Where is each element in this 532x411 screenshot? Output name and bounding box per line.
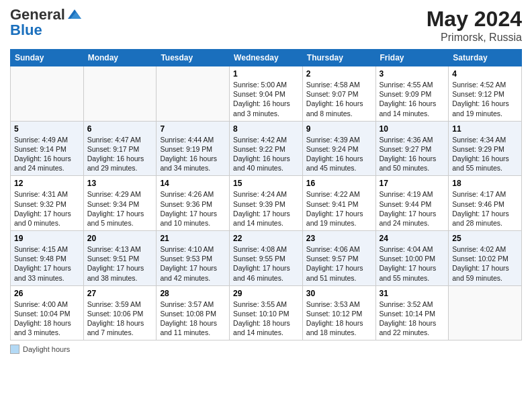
day-number: 17 [380, 179, 445, 188]
day-info: Sunrise: 4:52 AM Sunset: 9:12 PM Dayligh… [452, 80, 518, 118]
day-number: 10 [380, 124, 445, 134]
col-friday: Friday [375, 50, 449, 66]
day-info: Sunrise: 4:06 AM Sunset: 9:57 PM Dayligh… [306, 244, 372, 283]
day-number: 18 [452, 179, 518, 188]
day-info: Sunrise: 3:53 AM Sunset: 10:12 PM Daylig… [306, 300, 372, 338]
calendar-cell: 9Sunrise: 4:39 AM Sunset: 9:24 PM Daylig… [302, 121, 375, 176]
calendar-cell: 19Sunrise: 4:15 AM Sunset: 9:48 PM Dayli… [11, 231, 84, 286]
col-wednesday: Wednesday [230, 50, 303, 66]
calendar-cell: 26Sunrise: 4:00 AM Sunset: 10:04 PM Dayl… [11, 285, 84, 340]
day-info: Sunrise: 4:55 AM Sunset: 9:09 PM Dayligh… [380, 80, 445, 118]
calendar-week-row: 26Sunrise: 4:00 AM Sunset: 10:04 PM Dayl… [11, 285, 522, 340]
day-info: Sunrise: 4:04 AM Sunset: 10:00 PM Daylig… [380, 244, 445, 283]
day-number: 5 [14, 124, 80, 134]
day-number: 9 [306, 124, 372, 134]
day-number: 14 [160, 179, 226, 188]
daylight-legend-box [10, 345, 19, 354]
day-info: Sunrise: 4:24 AM Sunset: 9:39 PM Dayligh… [233, 189, 299, 228]
day-number: 24 [380, 234, 445, 243]
calendar-cell: 17Sunrise: 4:19 AM Sunset: 9:44 PM Dayli… [375, 176, 449, 231]
day-number: 28 [160, 289, 226, 298]
page: General Blue May 2024 Primorsk, Russia S… [0, 0, 532, 411]
day-info: Sunrise: 4:02 AM Sunset: 10:02 PM Daylig… [452, 244, 518, 283]
calendar-week-row: 5Sunrise: 4:49 AM Sunset: 9:14 PM Daylig… [11, 121, 522, 176]
day-info: Sunrise: 4:00 AM Sunset: 10:04 PM Daylig… [14, 300, 80, 338]
month-year: May 2024 [427, 7, 522, 32]
day-info: Sunrise: 4:42 AM Sunset: 9:22 PM Dayligh… [233, 135, 299, 173]
calendar-cell: 20Sunrise: 4:13 AM Sunset: 9:51 PM Dayli… [83, 231, 157, 286]
calendar-cell: 21Sunrise: 4:10 AM Sunset: 9:53 PM Dayli… [157, 231, 230, 286]
calendar-cell: 16Sunrise: 4:22 AM Sunset: 9:41 PM Dayli… [302, 176, 375, 231]
calendar-cell: 5Sunrise: 4:49 AM Sunset: 9:14 PM Daylig… [11, 121, 84, 176]
footer: Daylight hours [10, 345, 522, 354]
col-thursday: Thursday [302, 50, 375, 66]
calendar-cell: 28Sunrise: 3:57 AM Sunset: 10:08 PM Dayl… [157, 285, 230, 340]
header: General Blue May 2024 Primorsk, Russia [10, 7, 522, 44]
day-number: 2 [306, 69, 372, 79]
col-saturday: Saturday [449, 50, 522, 66]
calendar-cell: 6Sunrise: 4:47 AM Sunset: 9:17 PM Daylig… [83, 121, 157, 176]
day-info: Sunrise: 4:13 AM Sunset: 9:51 PM Dayligh… [87, 244, 153, 283]
calendar-cell: 1Sunrise: 5:00 AM Sunset: 9:04 PM Daylig… [230, 66, 303, 122]
day-number: 19 [14, 234, 80, 243]
calendar-cell: 25Sunrise: 4:02 AM Sunset: 10:02 PM Dayl… [449, 231, 522, 286]
calendar-cell: 3Sunrise: 4:55 AM Sunset: 9:09 PM Daylig… [375, 66, 449, 122]
day-number: 11 [452, 124, 518, 134]
day-info: Sunrise: 4:34 AM Sunset: 9:29 PM Dayligh… [452, 135, 518, 173]
day-info: Sunrise: 3:55 AM Sunset: 10:10 PM Daylig… [233, 300, 299, 338]
calendar-week-row: 19Sunrise: 4:15 AM Sunset: 9:48 PM Dayli… [11, 231, 522, 286]
calendar-week-row: 12Sunrise: 4:31 AM Sunset: 9:32 PM Dayli… [11, 176, 522, 231]
day-number: 31 [380, 289, 445, 298]
logo-general-text: General [10, 7, 65, 22]
day-number: 6 [87, 124, 153, 134]
day-number: 21 [160, 234, 226, 243]
day-number: 20 [87, 234, 153, 243]
day-number: 12 [14, 179, 80, 188]
day-number: 15 [233, 179, 299, 188]
calendar-cell: 14Sunrise: 4:26 AM Sunset: 9:36 PM Dayli… [157, 176, 230, 231]
day-info: Sunrise: 3:57 AM Sunset: 10:08 PM Daylig… [160, 300, 226, 338]
day-info: Sunrise: 4:17 AM Sunset: 9:46 PM Dayligh… [452, 189, 518, 228]
day-info: Sunrise: 3:52 AM Sunset: 10:14 PM Daylig… [380, 300, 445, 338]
day-info: Sunrise: 4:22 AM Sunset: 9:41 PM Dayligh… [306, 189, 372, 228]
calendar-cell: 27Sunrise: 3:59 AM Sunset: 10:06 PM Dayl… [83, 285, 157, 340]
calendar-cell: 10Sunrise: 4:36 AM Sunset: 9:27 PM Dayli… [375, 121, 449, 176]
calendar-cell: 11Sunrise: 4:34 AM Sunset: 9:29 PM Dayli… [449, 121, 522, 176]
day-number: 30 [306, 289, 372, 298]
calendar-cell: 12Sunrise: 4:31 AM Sunset: 9:32 PM Dayli… [11, 176, 84, 231]
calendar-cell: 2Sunrise: 4:58 AM Sunset: 9:07 PM Daylig… [302, 66, 375, 122]
day-number: 23 [306, 234, 372, 243]
calendar-cell: 30Sunrise: 3:53 AM Sunset: 10:12 PM Dayl… [302, 285, 375, 340]
day-info: Sunrise: 4:29 AM Sunset: 9:34 PM Dayligh… [87, 189, 153, 228]
calendar-cell [83, 66, 157, 122]
day-info: Sunrise: 4:26 AM Sunset: 9:36 PM Dayligh… [160, 189, 226, 228]
day-number: 16 [306, 179, 372, 188]
calendar-cell: 15Sunrise: 4:24 AM Sunset: 9:39 PM Dayli… [230, 176, 303, 231]
daylight-label: Daylight hours [23, 345, 70, 353]
day-number: 7 [160, 124, 226, 134]
day-info: Sunrise: 4:08 AM Sunset: 9:55 PM Dayligh… [233, 244, 299, 283]
day-info: Sunrise: 3:59 AM Sunset: 10:06 PM Daylig… [87, 300, 153, 338]
calendar-cell [449, 285, 522, 340]
day-info: Sunrise: 4:15 AM Sunset: 9:48 PM Dayligh… [14, 244, 80, 283]
calendar-cell: 4Sunrise: 4:52 AM Sunset: 9:12 PM Daylig… [449, 66, 522, 122]
day-info: Sunrise: 4:10 AM Sunset: 9:53 PM Dayligh… [160, 244, 226, 283]
calendar-cell: 31Sunrise: 3:52 AM Sunset: 10:14 PM Dayl… [375, 285, 449, 340]
calendar-cell [11, 66, 84, 122]
day-number: 25 [452, 234, 518, 243]
calendar-cell: 13Sunrise: 4:29 AM Sunset: 9:34 PM Dayli… [83, 176, 157, 231]
day-number: 1 [233, 69, 299, 79]
logo-blue-text: Blue [10, 23, 83, 38]
day-number: 3 [380, 69, 445, 79]
calendar-table: Sunday Monday Tuesday Wednesday Thursday… [10, 49, 522, 340]
calendar-cell: 7Sunrise: 4:44 AM Sunset: 9:19 PM Daylig… [157, 121, 230, 176]
day-number: 22 [233, 234, 299, 243]
day-number: 4 [452, 69, 518, 79]
day-number: 13 [87, 179, 153, 188]
col-tuesday: Tuesday [157, 50, 230, 66]
day-number: 29 [233, 289, 299, 298]
day-info: Sunrise: 4:58 AM Sunset: 9:07 PM Dayligh… [306, 80, 372, 118]
calendar-cell: 18Sunrise: 4:17 AM Sunset: 9:46 PM Dayli… [449, 176, 522, 231]
calendar-cell: 22Sunrise: 4:08 AM Sunset: 9:55 PM Dayli… [230, 231, 303, 286]
calendar-week-row: 1Sunrise: 5:00 AM Sunset: 9:04 PM Daylig… [11, 66, 522, 122]
